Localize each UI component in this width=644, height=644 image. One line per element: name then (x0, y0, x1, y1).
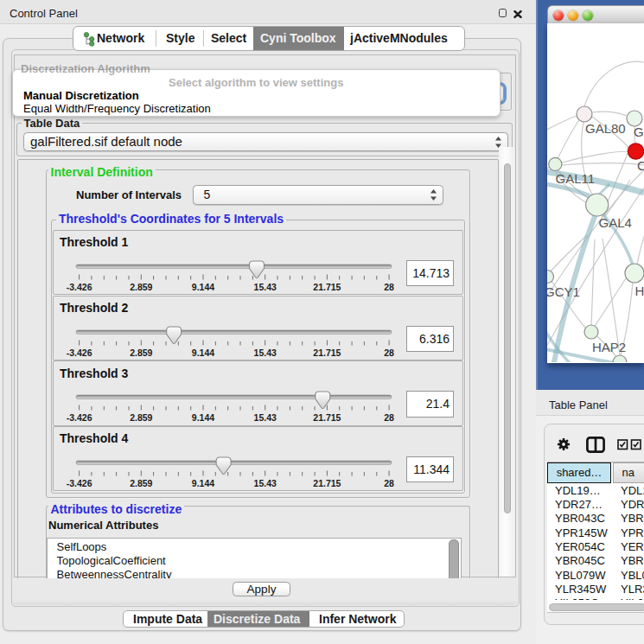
svg-text:2.859: 2.859 (130, 281, 152, 291)
svg-text:HAP2: HAP2 (592, 340, 626, 354)
svg-text:2.859: 2.859 (130, 347, 152, 357)
svg-text:-3.426: -3.426 (67, 281, 92, 291)
svg-text:21.715: 21.715 (313, 281, 341, 291)
svg-text:GAL80: GAL80 (585, 121, 626, 136)
svg-text:15.43: 15.43 (254, 412, 277, 423)
svg-text:21.715: 21.715 (313, 412, 341, 423)
svg-text:28: 28 (384, 477, 394, 488)
svg-text:21.715: 21.715 (313, 347, 341, 357)
svg-text:GCY1: GCY1 (547, 284, 580, 299)
svg-text:9.144: 9.144 (192, 281, 214, 291)
svg-text:21.715: 21.715 (313, 477, 341, 488)
svg-text:-3.426: -3.426 (67, 347, 92, 357)
svg-text:-3.426: -3.426 (67, 412, 92, 423)
svg-text:28: 28 (384, 281, 394, 291)
svg-text:2.859: 2.859 (130, 477, 152, 488)
svg-text:28: 28 (384, 347, 394, 357)
svg-text:CDC1: CDC1 (637, 158, 644, 173)
svg-text:GAL4: GAL4 (599, 215, 632, 230)
svg-text:9.144: 9.144 (192, 412, 214, 423)
svg-text:GAL7: GAL7 (634, 124, 644, 139)
svg-text:15.43: 15.43 (254, 347, 277, 357)
svg-text:HIS4: HIS4 (635, 284, 644, 298)
svg-text:15.43: 15.43 (254, 281, 277, 291)
svg-text:9.144: 9.144 (192, 477, 214, 488)
svg-text:15.43: 15.43 (254, 477, 277, 488)
svg-text:9.144: 9.144 (192, 347, 214, 357)
svg-text:28: 28 (384, 412, 394, 423)
svg-text:-3.426: -3.426 (67, 477, 92, 488)
svg-text:GAL11: GAL11 (556, 171, 596, 186)
svg-text:2.859: 2.859 (130, 412, 152, 423)
